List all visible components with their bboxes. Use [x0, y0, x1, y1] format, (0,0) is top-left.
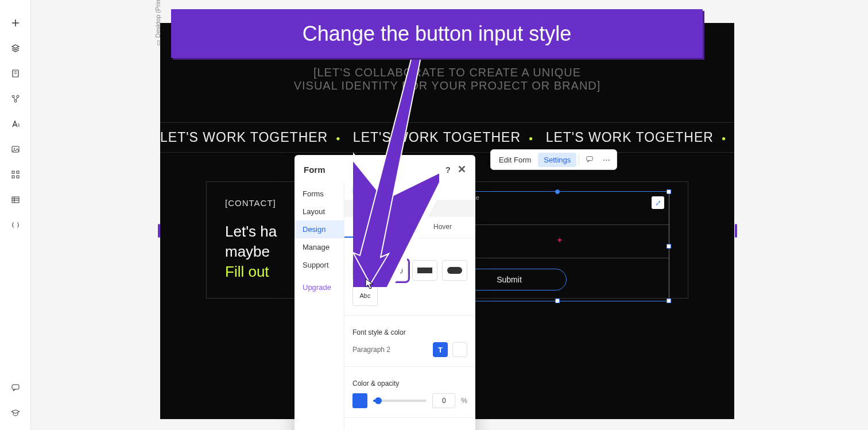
svg-point-2: [17, 95, 19, 98]
edit-form-button[interactable]: Edit Form: [493, 153, 537, 167]
sidebar-item-design[interactable]: Design: [294, 220, 344, 238]
input-style-options: Abc: [352, 260, 467, 306]
design-panel: Form ? ✕ Forms Layout Design Manage Supp…: [294, 155, 475, 430]
svg-rect-10: [12, 197, 19, 203]
tab-regular[interactable]: Regular: [344, 217, 410, 238]
page-icon[interactable]: [10, 68, 21, 79]
comment-icon[interactable]: [582, 152, 598, 168]
settings-button[interactable]: Settings: [538, 153, 576, 167]
back-button[interactable]: Back: [351, 185, 382, 196]
svg-rect-8: [12, 176, 14, 178]
add-icon[interactable]: [10, 17, 21, 29]
element-toolbar: Edit Form Settings ⋯: [490, 149, 617, 170]
text-color-button[interactable]: [452, 342, 467, 357]
table-icon[interactable]: [10, 194, 21, 206]
instruction-callout: Change the button input style: [171, 9, 703, 58]
selection-handle[interactable]: [555, 299, 560, 303]
panel-breadcrumb: Submit button: [344, 200, 475, 217]
text-style-button[interactable]: T: [433, 342, 448, 357]
svg-rect-7: [17, 171, 19, 173]
code-icon[interactable]: [10, 219, 21, 231]
marquee-strip: LET'S WORK TOGETHER● LET'S WORK TOGETHER…: [160, 122, 734, 153]
opacity-slider[interactable]: [373, 400, 427, 402]
typography-icon[interactable]: [10, 118, 21, 130]
selection-handle[interactable]: [666, 244, 671, 249]
panel-title: Form: [304, 165, 326, 175]
layers-icon[interactable]: [10, 42, 21, 54]
state-tabs: Regular Hover: [344, 217, 475, 238]
form-field-email[interactable]: Email +: [446, 225, 669, 258]
sidebar-item-forms[interactable]: Forms: [294, 185, 344, 203]
canvas-area: ▭Desktop (Primary) [LET'S COLLABORATE TO…: [31, 0, 868, 430]
svg-rect-11: [12, 385, 19, 389]
font-name[interactable]: Paragraph 2: [352, 346, 428, 354]
color-swatch[interactable]: [352, 393, 367, 408]
sidebar-item-layout[interactable]: Layout: [294, 203, 344, 220]
selection-handle[interactable]: [666, 189, 671, 194]
style-rounded-rect[interactable]: [382, 260, 408, 281]
svg-point-3: [14, 100, 17, 102]
resize-handle-left[interactable]: [158, 224, 160, 238]
left-toolbar: [0, 0, 31, 430]
selection-handle[interactable]: [666, 299, 671, 303]
svg-rect-6: [12, 171, 14, 173]
input-style-label: Input style: [352, 246, 467, 254]
opacity-unit: %: [461, 397, 467, 405]
selection-handle[interactable]: [555, 189, 560, 194]
style-outline-rect[interactable]: [352, 260, 378, 281]
svg-point-5: [14, 148, 15, 149]
panel-main: Back Submit button Regular Hover Input s…: [344, 181, 475, 430]
svg-point-1: [12, 95, 14, 98]
panel-sidebar: Forms Layout Design Manage Support Upgra…: [294, 181, 344, 430]
more-icon[interactable]: ⋯: [599, 153, 614, 167]
graduation-icon[interactable]: [10, 407, 21, 419]
form-element[interactable]: Forms ⤢ First name Email + Submit: [445, 191, 669, 301]
style-solid-rect[interactable]: [412, 260, 437, 281]
opacity-label: Color & opacity: [352, 379, 467, 388]
tab-hover[interactable]: Hover: [410, 217, 475, 238]
chat-icon[interactable]: [10, 382, 21, 393]
apps-icon[interactable]: [10, 169, 21, 180]
help-icon[interactable]: ?: [445, 165, 451, 175]
opacity-value[interactable]: 0: [432, 393, 455, 408]
sidebar-item-manage[interactable]: Manage: [294, 238, 344, 256]
font-style-label: Font style & color: [352, 328, 467, 336]
form-field-firstname[interactable]: First name: [446, 192, 669, 225]
image-icon[interactable]: [10, 144, 21, 155]
close-icon[interactable]: ✕: [458, 163, 466, 176]
resize-handle-right[interactable]: [735, 224, 737, 238]
svg-rect-12: [587, 156, 593, 160]
toolbar-divider: [579, 154, 579, 165]
add-field-icon[interactable]: +: [557, 235, 562, 245]
panel-header: Form ? ✕: [294, 155, 475, 181]
svg-rect-9: [17, 176, 19, 178]
style-text-only[interactable]: Abc: [352, 285, 378, 306]
sidebar-item-support[interactable]: Support: [294, 256, 344, 274]
connect-icon[interactable]: [10, 93, 21, 104]
style-pill[interactable]: [442, 260, 467, 281]
sidebar-item-upgrade[interactable]: Upgrade: [294, 278, 344, 296]
